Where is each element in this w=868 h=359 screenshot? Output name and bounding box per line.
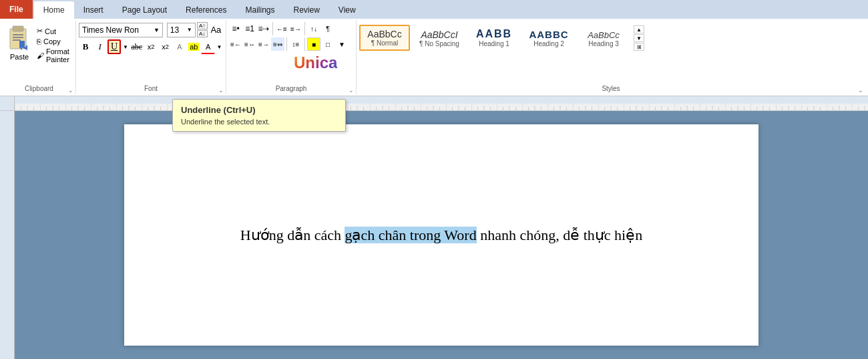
- format-painter-icon: 🖌: [37, 51, 44, 59]
- align-left-button[interactable]: ≡←: [229, 37, 242, 51]
- paragraph-expand-icon[interactable]: ⌄: [349, 87, 354, 94]
- decrease-indent-button[interactable]: ←≡: [275, 22, 288, 35]
- ruler-main: [15, 96, 868, 110]
- left-bar: [0, 111, 15, 359]
- tab-page-layout[interactable]: Page Layout: [113, 1, 176, 19]
- highlight-color-button[interactable]: ab: [187, 39, 200, 54]
- font-name-selector[interactable]: Times New Ron ▼: [79, 23, 163, 37]
- paste-icon: [7, 25, 31, 53]
- styles-group: AaBbCc ¶ Normal AaBbCcI ¶ No Spacing AAB…: [357, 20, 865, 94]
- paragraph-group: ≡• ≡1 ≡⇢ ←≡ ≡→ ↑↓ ¶ ≡← ≡↔ ≡→ ≡⇔ ↕≡ ■ □ ▼…: [226, 20, 357, 94]
- style-heading2-label: Heading 2: [527, 40, 570, 47]
- multilevel-button[interactable]: ≡⇢: [257, 22, 270, 35]
- svg-rect-3: [13, 37, 23, 38]
- show-formatting-button[interactable]: ¶: [321, 22, 335, 35]
- shrink-font-button[interactable]: A↓: [197, 30, 208, 37]
- ruler: [0, 96, 868, 111]
- style-normal-text: AaBbCc: [366, 29, 403, 39]
- style-heading3[interactable]: AaBbCc Heading 3: [578, 27, 629, 51]
- tooltip-title: Underline (Ctrl+U): [181, 105, 337, 115]
- svg-rect-2: [13, 34, 23, 35]
- tab-review[interactable]: Review: [284, 1, 329, 19]
- clipboard-group: Paste ✂ Cut ⎘ Copy 🖌 Format Painter Clip…: [3, 20, 76, 94]
- styles-label: Styles: [357, 85, 865, 92]
- clipboard-label: Clipboard: [3, 85, 75, 92]
- styles-scroll-up[interactable]: ▲ ▼ ⊞: [634, 25, 644, 51]
- border-button[interactable]: □: [321, 37, 335, 51]
- style-normal-label: ¶ Normal: [366, 39, 403, 47]
- bullets-button[interactable]: ≡•: [229, 22, 242, 35]
- ribbon: Unica Paste: [0, 19, 868, 96]
- cut-button[interactable]: ✂ Cut: [36, 26, 73, 36]
- text-effects-button[interactable]: A: [173, 39, 186, 54]
- text-after: nhanh chóng, dễ thực hiện: [477, 227, 643, 243]
- styles-expand-icon[interactable]: ⌄: [858, 87, 863, 94]
- ribbon-tabs: File Home Insert Page Layout References …: [0, 0, 868, 19]
- bold-button[interactable]: B: [79, 39, 92, 54]
- sort-button[interactable]: ↑↓: [307, 22, 320, 35]
- text-highlighted: gạch chân trong Word: [345, 227, 476, 243]
- underline-tooltip: Underline (Ctrl+U) Underline the selecte…: [172, 99, 346, 132]
- svg-rect-1: [13, 26, 23, 31]
- tab-mailings[interactable]: Mailings: [236, 1, 284, 19]
- tab-view[interactable]: View: [329, 1, 365, 19]
- tab-file[interactable]: File: [0, 0, 33, 19]
- style-heading2[interactable]: AABBC Heading 2: [521, 25, 576, 51]
- font-label: Font: [76, 85, 226, 92]
- document-text: Hướng dẫn cách gạch chân trong Word nhan…: [240, 223, 642, 247]
- font-expand-icon[interactable]: ⌄: [218, 87, 224, 94]
- paragraph-label: Paragraph: [226, 85, 356, 92]
- paste-label: Paste: [10, 53, 29, 61]
- font-group: Times New Ron ▼ 13 ▼ A↑ A↓ Aa B I U ▼ ab…: [76, 20, 226, 94]
- style-heading3-label: Heading 3: [584, 40, 623, 47]
- style-heading3-text: AaBbCc: [584, 30, 623, 40]
- justify-button[interactable]: ≡⇔: [271, 37, 284, 51]
- svg-rect-12: [15, 96, 868, 110]
- cut-icon: ✂: [37, 27, 43, 35]
- font-color-dropdown[interactable]: ▼: [216, 39, 223, 54]
- font-color-button[interactable]: A: [201, 39, 214, 54]
- page-area[interactable]: Hướng dẫn cách gạch chân trong Word nhan…: [15, 111, 868, 359]
- underline-dropdown[interactable]: ▼: [122, 39, 129, 54]
- document-area: Hướng dẫn cách gạch chân trong Word nhan…: [0, 111, 868, 359]
- style-no-spacing-label: ¶ No Spacing: [418, 40, 461, 47]
- font-size-dropdown-icon: ▼: [187, 27, 192, 33]
- numbering-button[interactable]: ≡1: [243, 22, 256, 35]
- copy-button[interactable]: ⎘ Copy: [36, 37, 73, 46]
- ruler-left-margin: [0, 96, 15, 110]
- font-dropdown-icon: ▼: [154, 27, 160, 33]
- clipboard-expand-icon[interactable]: ⌄: [68, 87, 73, 94]
- line-spacing-button[interactable]: ↕≡: [289, 37, 302, 51]
- clear-formatting-button[interactable]: Aa: [209, 23, 223, 37]
- subscript-button[interactable]: x2: [144, 39, 158, 54]
- document-page: Hướng dẫn cách gạch chân trong Word nhan…: [124, 124, 758, 346]
- border-dropdown[interactable]: ▼: [335, 37, 349, 51]
- style-normal[interactable]: AaBbCc ¶ Normal: [359, 25, 410, 51]
- tab-insert[interactable]: Insert: [74, 1, 113, 19]
- italic-button[interactable]: I: [93, 39, 106, 54]
- style-heading1-text: AABB: [475, 28, 513, 40]
- style-no-spacing-text: AaBbCcI: [418, 29, 461, 40]
- style-heading2-text: AABBC: [527, 29, 570, 40]
- tab-references[interactable]: References: [176, 1, 236, 19]
- underline-button[interactable]: U: [107, 39, 122, 54]
- tab-home[interactable]: Home: [34, 1, 74, 19]
- increase-indent-button[interactable]: ≡→: [289, 22, 302, 35]
- tooltip-description: Underline the selected text.: [181, 118, 337, 126]
- style-heading1[interactable]: AABB Heading 1: [469, 25, 519, 51]
- grow-font-button[interactable]: A↑: [197, 22, 208, 29]
- copy-icon: ⎘: [37, 37, 41, 45]
- style-no-spacing[interactable]: AaBbCcI ¶ No Spacing: [412, 26, 467, 51]
- paste-button[interactable]: Paste: [5, 25, 33, 61]
- strikethrough-button[interactable]: abc: [130, 39, 144, 54]
- font-size-selector[interactable]: 13 ▼: [167, 23, 196, 37]
- svg-rect-4: [13, 39, 21, 41]
- style-heading1-label: Heading 1: [475, 40, 513, 47]
- superscript-button[interactable]: x2: [158, 39, 172, 54]
- align-right-button[interactable]: ≡→: [257, 37, 270, 51]
- shading-button[interactable]: ■: [307, 37, 320, 51]
- align-center-button[interactable]: ≡↔: [243, 37, 256, 51]
- text-before: Hướng dẫn cách: [240, 227, 345, 243]
- format-painter-button[interactable]: 🖌 Format Painter: [36, 47, 73, 64]
